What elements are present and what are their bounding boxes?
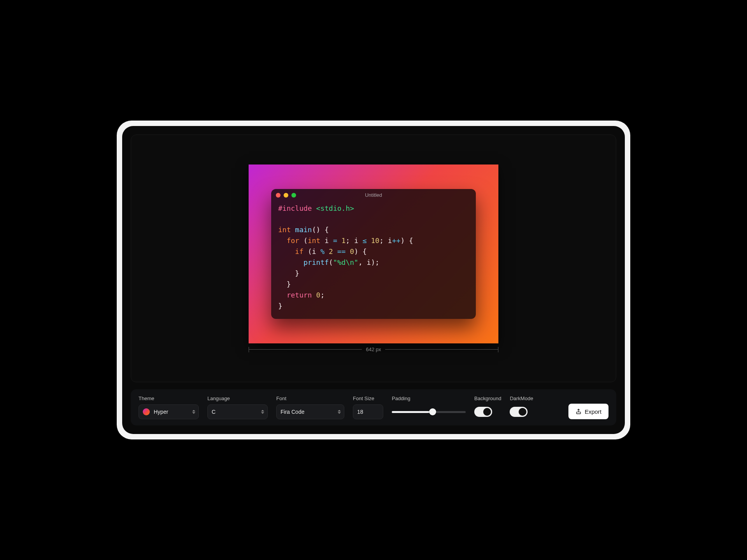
- language-control: Language C: [207, 396, 268, 419]
- code-snapshot: Untitled #include <stdio.h> int main() {…: [249, 164, 498, 343]
- svg-rect-0: [576, 412, 580, 414]
- theme-label: Theme: [139, 396, 199, 401]
- darkmode-control: DarkMode: [510, 396, 533, 419]
- window-titlebar: Untitled: [271, 189, 476, 201]
- theme-value: Hyper: [154, 409, 168, 415]
- width-label: 642 px: [362, 346, 385, 352]
- font-value: Fira Code: [281, 409, 304, 415]
- font-select[interactable]: Fira Code: [276, 404, 344, 419]
- share-icon: [575, 408, 582, 415]
- theme-swatch-icon: [143, 408, 150, 415]
- app-screen: Untitled #include <stdio.h> int main() {…: [122, 126, 625, 434]
- font-size-control: Font Size 18: [353, 396, 383, 419]
- window-title[interactable]: Untitled: [271, 192, 476, 198]
- export-label: Export: [585, 408, 601, 415]
- padding-label: Padding: [392, 396, 466, 401]
- language-label: Language: [207, 396, 268, 401]
- darkmode-label: DarkMode: [510, 396, 533, 401]
- preview-canvas: Untitled #include <stdio.h> int main() {…: [131, 135, 616, 382]
- theme-control: Theme Hyper: [139, 396, 199, 419]
- stepper-icon: [192, 405, 195, 419]
- background-toggle[interactable]: [474, 407, 492, 417]
- stepper-icon: [338, 405, 341, 419]
- export-button[interactable]: Export: [568, 404, 608, 419]
- stepper-icon: [261, 405, 264, 419]
- width-ruler: 642 px: [249, 346, 498, 352]
- font-size-value: 18: [357, 409, 363, 415]
- code-editor[interactable]: #include <stdio.h> int main() { for (int…: [271, 201, 476, 319]
- darkmode-toggle[interactable]: [510, 407, 528, 417]
- code-window: Untitled #include <stdio.h> int main() {…: [271, 189, 476, 319]
- theme-select[interactable]: Hyper: [139, 404, 199, 419]
- background-control: Background: [474, 396, 501, 419]
- font-label: Font: [276, 396, 344, 401]
- slider-knob[interactable]: [429, 408, 436, 415]
- font-size-label: Font Size: [353, 396, 383, 401]
- controls-bar: Theme Hyper Language C Font Fira Code: [131, 389, 616, 425]
- device-frame: Untitled #include <stdio.h> int main() {…: [117, 121, 630, 439]
- font-size-input[interactable]: 18: [353, 404, 383, 419]
- padding-control: Padding: [392, 396, 466, 419]
- background-label: Background: [474, 396, 501, 401]
- language-select[interactable]: C: [207, 404, 268, 419]
- language-value: C: [212, 409, 216, 415]
- padding-slider[interactable]: [392, 404, 466, 419]
- font-control: Font Fira Code: [276, 396, 344, 419]
